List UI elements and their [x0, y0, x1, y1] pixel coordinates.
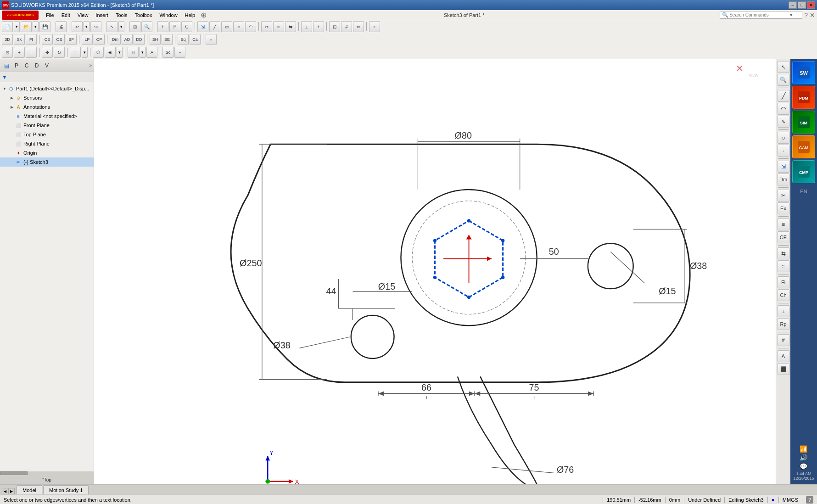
annotations-expand[interactable]: ▶ — [9, 104, 15, 110]
display-shaded[interactable]: ◉ — [105, 47, 116, 58]
smart-dim-btn[interactable]: ⇲ — [197, 21, 208, 32]
auto-dim-btn[interactable]: AD — [122, 34, 133, 45]
rt-chamfer-btn[interactable]: Ch — [778, 289, 789, 301]
arc-btn[interactable]: ◠ — [245, 21, 256, 32]
display-mgr-tab[interactable]: V — [42, 61, 51, 70]
relations-btn[interactable]: ⟂ — [301, 21, 312, 32]
root-expand-icon[interactable]: ▼ — [2, 86, 7, 91]
rt-dim-btn[interactable]: Dm — [778, 174, 789, 185]
open-btn[interactable]: 📂 — [21, 21, 32, 32]
save-btn[interactable]: 💾 — [39, 21, 50, 32]
close-btn[interactable]: ✕ — [807, 1, 815, 9]
rt-pattern-btn[interactable]: :: — [778, 260, 789, 272]
offset-btn[interactable]: ≡ — [273, 21, 284, 32]
help-icon[interactable]: ? — [804, 11, 808, 19]
rt-trim-btn[interactable]: ✂ — [778, 190, 789, 202]
menu-toolbox[interactable]: Toolbox — [131, 11, 156, 19]
feature-mgr-btn[interactable]: F — [157, 21, 168, 32]
view-zoom-out[interactable]: - — [26, 47, 37, 58]
view-more-btn[interactable]: » — [174, 47, 185, 58]
rt-line-btn[interactable]: ╱ — [778, 90, 789, 102]
rt-circle-btn[interactable]: ○ — [778, 132, 789, 144]
config-mgr-tab[interactable]: C — [22, 61, 31, 70]
zoom-fit-btn[interactable]: ⊞ — [129, 21, 140, 32]
rt-point-btn[interactable]: · — [778, 145, 789, 157]
tree-front-plane[interactable]: ⬜ Front Plane — [0, 121, 94, 130]
filter-icon[interactable]: ▼ — [2, 74, 7, 80]
sketch-expert-btn[interactable]: SE — [162, 34, 173, 45]
tree-right-plane[interactable]: ⬜ Right Plane — [0, 139, 94, 148]
system-clock[interactable]: 1:44 AM 12/26/2015 — [793, 471, 814, 481]
show-hide-btn[interactable]: SH — [150, 34, 161, 45]
tree-top-plane[interactable]: ⬜ Top Plane — [0, 130, 94, 139]
menu-view[interactable]: View — [74, 11, 92, 19]
display-dim-btn[interactable]: DD — [134, 34, 145, 45]
menu-insert[interactable]: Insert — [92, 11, 112, 19]
rt-relation-btn[interactable]: ⟂ — [778, 305, 789, 317]
feature-btn[interactable]: Ft — [26, 34, 37, 45]
rt-annotation-btn[interactable]: A — [778, 350, 789, 362]
tree-origin[interactable]: ✦ Origin — [0, 148, 94, 157]
close-window-icon[interactable]: ✕ — [810, 11, 815, 19]
undo-btn[interactable]: ↩ — [72, 21, 83, 32]
rt-mirror-btn[interactable]: ⇆ — [778, 247, 789, 259]
view-pan[interactable]: ✥ — [42, 47, 53, 58]
menu-window[interactable]: Window — [156, 11, 181, 19]
tab-nav-left[interactable]: ◀ — [2, 488, 8, 494]
appearance-btn[interactable]: A — [146, 47, 157, 58]
view-zoom-in[interactable]: + — [14, 47, 25, 58]
search-box[interactable]: 🔍 ▼ — [720, 11, 802, 19]
display-wireframe[interactable]: ⬡ — [93, 47, 104, 58]
drawing-canvas-area[interactable]: Ø80 Ø250 Ø38 Ø15 Ø15 — [94, 59, 776, 484]
tree-sensors[interactable]: ▶ ⊙ Sensors — [0, 93, 94, 102]
app-simulation-btn[interactable]: SIM — [792, 111, 815, 134]
circular-pattern-btn[interactable]: CP — [94, 34, 105, 45]
status-help[interactable]: ? — [806, 496, 813, 504]
app-cam-btn[interactable]: CAM — [792, 135, 815, 158]
app-solidworks-btn[interactable]: SW — [792, 61, 815, 84]
rt-grid-snap-btn[interactable]: # — [778, 334, 789, 346]
search-dropdown-icon[interactable]: ▼ — [789, 13, 793, 17]
menu-tools[interactable]: Tools — [112, 11, 131, 19]
redo-btn[interactable]: ↪ — [90, 21, 101, 32]
tab-model[interactable]: Model — [17, 485, 42, 494]
line-btn[interactable]: ╱ — [209, 21, 220, 32]
search-input[interactable] — [729, 12, 789, 17]
minimize-btn[interactable]: – — [789, 1, 797, 9]
rt-convert-btn[interactable]: CE — [778, 231, 789, 243]
display-dropdown[interactable]: ▾ — [117, 47, 123, 58]
close-sketch-indicator[interactable]: ✕ — [736, 63, 744, 74]
add-relation-btn[interactable]: + — [313, 21, 324, 32]
rt-spline-btn[interactable]: ∿ — [778, 116, 789, 128]
menu-edit[interactable]: Edit — [58, 11, 74, 19]
more-btn[interactable]: » — [369, 21, 380, 32]
tab-nav-right[interactable]: ▶ — [8, 488, 15, 494]
notification-icon[interactable]: 💬 — [800, 463, 807, 470]
trim-btn[interactable]: ✂ — [261, 21, 272, 32]
rt-offset-btn[interactable]: ≡ — [778, 218, 789, 230]
config-mgr-btn[interactable]: C — [181, 21, 192, 32]
snap-btn[interactable]: ⊡ — [329, 21, 340, 32]
volume-icon[interactable]: 🔊 — [800, 454, 807, 461]
expand-panel-btn[interactable]: » — [89, 63, 92, 68]
select-dropdown[interactable]: ▾ — [118, 21, 124, 32]
circle-btn[interactable]: ○ — [233, 21, 244, 32]
scene-btn[interactable]: Sc — [162, 47, 173, 58]
menu-file[interactable]: File — [42, 11, 58, 19]
undo-dropdown[interactable]: ▾ — [84, 21, 90, 32]
language-selector[interactable]: EN — [800, 189, 807, 194]
sketch-btn[interactable]: Sk — [14, 34, 25, 45]
restore-btn[interactable]: □ — [798, 1, 806, 9]
tab-motion-study[interactable]: Motion Study 1 — [43, 485, 89, 494]
app-composer-btn[interactable]: CMP — [792, 160, 815, 183]
linear-pattern-btn[interactable]: LP — [82, 34, 93, 45]
view-orient-dropdown[interactable]: ▾ — [82, 47, 88, 58]
equations-btn[interactable]: Eq — [178, 34, 189, 45]
menu-help[interactable]: Help — [181, 11, 199, 19]
rt-extend-btn[interactable]: Ex — [778, 202, 789, 214]
view-zoom-fit[interactable]: ⊡ — [2, 47, 13, 58]
hide-all-btn[interactable]: H — [128, 47, 139, 58]
new-dropdown[interactable]: ▾ — [14, 21, 20, 32]
rt-arc-btn[interactable]: ◠ — [778, 103, 789, 115]
rt-fillet-btn[interactable]: Fi — [778, 276, 789, 288]
